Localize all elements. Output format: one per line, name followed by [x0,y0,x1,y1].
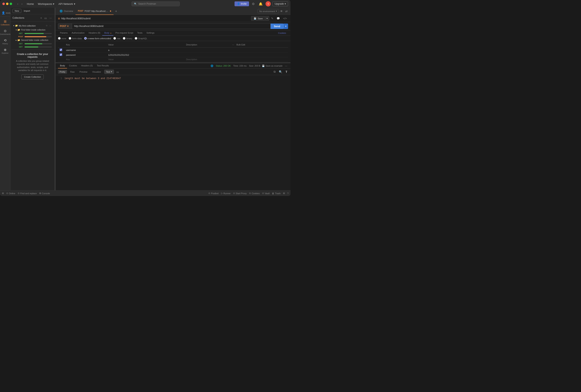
online-status[interactable]: ⊙ Online [6,192,15,195]
radio-graphql[interactable]: GraphQL [135,37,147,40]
more-options-button[interactable]: ··· [48,16,52,20]
view-tab-visualize[interactable]: Visualize [90,70,103,74]
copy-response-button[interactable]: ⧉ [273,69,276,74]
find-replace-button[interactable]: ⊙ Find and replace [18,192,37,195]
user-profile-icon-item[interactable]: 👤 study [1,10,10,16]
comment-button[interactable]: 💬 [276,16,281,20]
collection-row[interactable]: ▾ 📁 My first collection ☆ ··· [12,23,53,28]
invite-button[interactable]: 👤 Invite [234,1,249,6]
t-icon-button[interactable]: T [285,70,288,74]
empty-key-cell[interactable]: Key [64,57,106,61]
cookies-button[interactable]: ⊙ Cookies [249,192,260,195]
avatar[interactable]: S [266,1,271,6]
environment-selector[interactable]: No environment ▾ [258,9,279,13]
collection-more-button[interactable]: ··· [49,24,52,27]
method-selector[interactable]: POST ▾ [58,23,72,29]
minimize-button[interactable] [6,2,8,5]
sidebar-item-explorer[interactable]: ⊕ Explorer [1,47,10,55]
folder-icon: 📂 [18,39,20,41]
req-tab-pre-request[interactable]: Pre-request Script [113,30,135,36]
response-more-button[interactable]: ··· [284,63,288,68]
request-bar [24,43,52,44]
request-row[interactable]: GET [17,42,53,45]
radio-urlencoded[interactable]: x-www-form-urlencoded [84,37,111,40]
find-icon: ⊙ [18,192,20,195]
back-button[interactable]: ‹ [16,1,20,6]
tab-overview[interactable]: 🌐 Overview [57,8,76,15]
folder2-row[interactable]: ▸ 📂 Second folder inside collection [14,38,53,42]
search-response-button[interactable]: 🔍 [278,70,283,74]
settings-button[interactable]: ⚙ [251,1,256,7]
bulk-edit-button[interactable]: Bulk Edit [235,43,247,47]
folder1-row[interactable]: ▾ 📂 First folder inside collection [14,28,53,32]
code-button[interactable]: </> [282,16,288,20]
request-row[interactable]: GET [17,45,53,48]
folder2-name: Second folder inside collection [21,39,48,41]
resize-icon-button[interactable]: ⇄ [284,9,289,14]
send-dropdown-button[interactable]: ▾ [284,23,288,29]
send-button[interactable]: Send [270,23,284,29]
sidebar-item-environments[interactable]: ⊙ Environments [1,28,10,36]
runner-button[interactable]: ▷ Runner [221,192,231,195]
response-tab-headers[interactable]: Headers (5) [79,63,95,68]
close-button[interactable] [2,2,5,5]
environment-icon-button[interactable]: 👁 [279,9,284,14]
proxy-button[interactable]: ⊙ Start Proxy [233,192,246,195]
request-row[interactable]: GET [17,32,53,35]
save-dropdown-button[interactable]: ▾ [265,16,269,21]
req-tab-body[interactable]: Body ● [102,30,113,36]
save-button[interactable]: 💾 Save [251,16,265,21]
cookies-link[interactable]: Cookies [276,30,288,35]
vault-button[interactable]: ⊙ Vault [262,192,270,195]
req-tab-headers[interactable]: Headers (8) [86,30,102,36]
radio-binary[interactable]: binary [123,37,132,40]
req-tab-params[interactable]: Params [58,30,70,36]
new-tab-button[interactable]: + [114,9,118,14]
response-tab-test-results[interactable]: Test Results [95,63,111,68]
request-row[interactable]: POST [17,35,53,38]
star-button[interactable]: ☆ [45,24,48,27]
grid-button[interactable]: ⊞ [283,192,285,195]
format-options-button[interactable]: ⚏ [116,70,120,74]
menu-api-network[interactable]: API Network ▾ [57,1,77,6]
maximize-button[interactable] [10,2,12,5]
row-checkbox-2[interactable] [60,53,62,56]
forward-button[interactable]: › [20,1,24,6]
response-tab-body[interactable]: Body [58,63,67,68]
format-selector[interactable]: Text ▾ [104,70,114,74]
req-tab-tests[interactable]: Tests [135,30,144,36]
radio-none[interactable]: none [58,37,66,40]
response-tab-cookies[interactable]: Cookies [67,63,79,68]
radio-raw[interactable]: raw [113,37,120,40]
notification-button[interactable]: 🔔 [258,1,264,7]
upgrade-button[interactable]: Upgrade ▾ [272,1,288,6]
url-input[interactable] [72,23,270,29]
req-tab-settings[interactable]: Settings [144,30,156,36]
menu-home[interactable]: Home [25,1,36,6]
add-collection-button[interactable]: + [40,16,43,20]
console-button[interactable]: ⊞ Console [39,192,50,195]
radio-form-data[interactable]: form-data [69,37,82,40]
view-tab-raw[interactable]: Raw [69,70,76,74]
menu-workspaces[interactable]: Workspaces ▾ [36,1,56,6]
search-box[interactable]: 🔍 Search Postman [132,1,180,6]
sidebar-item-history[interactable]: ⟲ History [1,37,10,46]
help-button[interactable]: ? [287,192,288,195]
tab-active-request[interactable]: POST POST http://localhost:8080/s [76,8,114,15]
import-button[interactable]: Import [22,9,32,13]
row-checkbox-1[interactable] [60,48,62,51]
save-example-button[interactable]: 💾 Save as example [260,64,284,68]
view-tab-preview[interactable]: Preview [78,70,89,74]
postbot-button[interactable]: ⊙ Postbot [208,192,218,195]
layout-button[interactable]: ⊞ [2,192,4,195]
filter-button[interactable]: ⚏ [44,16,48,20]
new-button[interactable]: New [12,9,21,13]
edit-button[interactable]: ✎ [270,16,274,20]
view-tab-pretty[interactable]: Pretty [58,70,67,74]
trash-button[interactable]: 🗑 Trash [272,192,281,195]
create-collection-button[interactable]: Create Collection [21,74,44,79]
sidebar-item-collections[interactable]: ⊞ Collections [1,18,10,27]
chevron-down-icon: ▾ [67,25,68,27]
req-tab-authorization[interactable]: Authorization [70,30,86,36]
url-bar-row: POST ▾ Send ▾ [58,23,288,29]
